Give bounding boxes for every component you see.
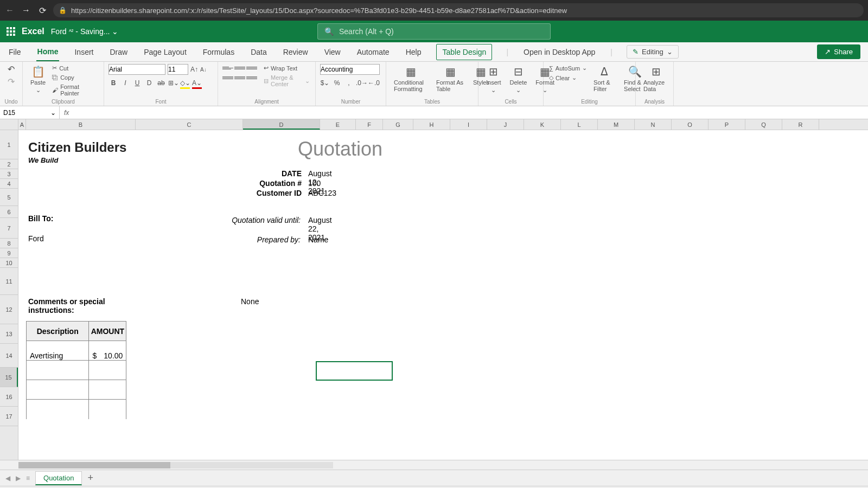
comma-button[interactable]: ,	[344, 79, 354, 89]
column-header[interactable]: I	[450, 119, 487, 130]
chevron-down-icon[interactable]: ⌄	[112, 27, 118, 36]
paste-button[interactable]: 📋 Paste⌄	[27, 64, 49, 95]
italic-button[interactable]: I	[120, 79, 130, 89]
column-header[interactable]: L	[561, 119, 598, 130]
row-header[interactable]: 8	[0, 239, 18, 248]
tab-home[interactable]: Home	[36, 43, 60, 61]
column-header[interactable]: K	[524, 119, 561, 130]
row-header[interactable]: 17	[0, 407, 18, 426]
sheet-next-icon[interactable]: ▶	[16, 474, 21, 482]
fx-icon[interactable]: fx	[60, 109, 73, 117]
row-header[interactable]: 6	[0, 206, 18, 218]
column-header[interactable]: Q	[745, 119, 782, 130]
row-header[interactable]: 2	[0, 159, 18, 169]
insert-cells-button[interactable]: ⊞Insert⌄	[483, 64, 505, 95]
undo-icon[interactable]: ↶	[8, 64, 15, 74]
tab-draw[interactable]: Draw	[108, 43, 129, 61]
editing-mode-button[interactable]: ✎ Editing ⌄	[627, 45, 679, 59]
description-cell[interactable]: Avertising	[27, 341, 89, 361]
tab-file[interactable]: File	[8, 43, 22, 61]
spreadsheet-grid[interactable]: 1234567891011121314151617 Citizen Builde…	[0, 130, 868, 460]
open-desktop-button[interactable]: Open in Desktop App	[522, 43, 596, 61]
font-color-button[interactable]: A⌄	[192, 79, 202, 89]
clear-button[interactable]: ◇Clear⌄	[548, 74, 588, 82]
cut-button[interactable]: ✂Cut	[51, 64, 99, 72]
column-header[interactable]: E	[320, 119, 356, 130]
wrap-text-button[interactable]: ↩Wrap Text	[263, 64, 311, 72]
row-header[interactable]: 13	[0, 324, 18, 344]
number-format-select[interactable]	[320, 64, 380, 75]
row-header[interactable]: 10	[0, 258, 18, 268]
row-header[interactable]: 5	[0, 189, 18, 206]
decrease-font-icon[interactable]: A↓	[200, 67, 207, 73]
table-row[interactable]	[27, 400, 126, 419]
table-row[interactable]	[27, 380, 126, 400]
row-header[interactable]: 4	[0, 179, 18, 189]
scrollbar-thumb[interactable]	[18, 462, 170, 468]
copy-button[interactable]: ⿻Copy	[51, 74, 99, 81]
column-header[interactable]: P	[709, 119, 745, 130]
tab-help[interactable]: Help	[405, 43, 423, 61]
tab-view[interactable]: View	[323, 43, 342, 61]
column-header[interactable]: H	[413, 119, 450, 130]
double-underline-button[interactable]: D	[144, 79, 154, 89]
bold-button[interactable]: B	[108, 79, 118, 89]
row-header[interactable]: 16	[0, 387, 18, 407]
sheet-tab-quotation[interactable]: Quotation	[35, 471, 82, 485]
conditional-formatting-button[interactable]: ▦Conditional Formatting	[391, 64, 431, 93]
percent-button[interactable]: %	[332, 79, 342, 89]
horizontal-scrollbar[interactable]	[0, 460, 868, 470]
underline-button[interactable]: U	[132, 79, 142, 89]
horizontal-align-buttons[interactable]	[222, 74, 257, 81]
column-header[interactable]: D	[243, 119, 320, 130]
vertical-align-buttons[interactable]	[222, 64, 257, 72]
sheet-prev-icon[interactable]: ◀	[5, 474, 10, 482]
reload-icon[interactable]: ⟳	[37, 5, 48, 16]
row-header[interactable]: 1	[0, 130, 18, 159]
strikethrough-button[interactable]: ab	[156, 79, 166, 89]
increase-decimal-button[interactable]: .0→	[356, 79, 366, 89]
column-header[interactable]: A	[18, 119, 26, 130]
name-box[interactable]: D15⌄	[0, 106, 60, 119]
format-painter-button[interactable]: 🖌Format Painter	[51, 83, 99, 97]
row-header[interactable]: 7	[0, 218, 18, 239]
merge-center-button[interactable]: ⊟Merge & Center⌄	[263, 74, 311, 88]
document-name[interactable]: Ford ᴬ² - Saving... ⌄	[51, 27, 119, 36]
decrease-decimal-button[interactable]: ←.0	[368, 79, 378, 89]
all-sheets-icon[interactable]: ≡	[26, 474, 30, 482]
sort-filter-button[interactable]: ᐃSort & Filter	[590, 64, 618, 93]
column-header[interactable]: J	[487, 119, 524, 130]
delete-cells-button[interactable]: ⊟Delete⌄	[507, 64, 531, 95]
forward-icon[interactable]: →	[21, 5, 31, 15]
borders-button[interactable]: ⊞⌄	[168, 79, 178, 89]
increase-font-icon[interactable]: A↑	[190, 66, 198, 73]
tab-table-design[interactable]: Table Design	[436, 44, 492, 60]
tab-insert[interactable]: Insert	[73, 43, 94, 61]
format-as-table-button[interactable]: ▦Format As Table	[433, 64, 468, 93]
row-header[interactable]: 3	[0, 169, 18, 179]
tab-automate[interactable]: Automate	[356, 43, 391, 61]
autosum-button[interactable]: ∑AutoSum⌄	[548, 64, 588, 72]
row-header[interactable]: 15	[0, 368, 18, 387]
font-size-select[interactable]	[168, 64, 188, 75]
add-sheet-button[interactable]: +	[87, 472, 93, 484]
column-header[interactable]: G	[383, 119, 413, 130]
share-button[interactable]: ↗ Share	[817, 44, 860, 59]
url-bar[interactable]: 🔒 https://citizenbuilders.sharepoint.com…	[53, 3, 864, 17]
redo-icon[interactable]: ↷	[8, 76, 15, 87]
chevron-down-icon[interactable]: ⌄	[50, 109, 56, 117]
column-header[interactable]: B	[26, 119, 136, 130]
row-header[interactable]: 9	[0, 248, 18, 258]
column-header[interactable]: N	[635, 119, 672, 130]
column-header[interactable]: C	[136, 119, 243, 130]
fill-color-button[interactable]: ◇⌄	[180, 79, 190, 89]
column-header[interactable]: M	[598, 119, 635, 130]
search-input[interactable]: 🔍 Search (Alt + Q)	[317, 23, 551, 40]
tab-data[interactable]: Data	[250, 43, 268, 61]
table-row[interactable]: Avertising $10.00	[27, 341, 126, 361]
tab-page-layout[interactable]: Page Layout	[143, 43, 188, 61]
analyze-data-button[interactable]: ⊞Analyze Data	[640, 64, 672, 93]
currency-button[interactable]: $⌄	[320, 79, 330, 89]
tab-formulas[interactable]: Formulas	[202, 43, 235, 61]
tab-review[interactable]: Review	[282, 43, 309, 61]
